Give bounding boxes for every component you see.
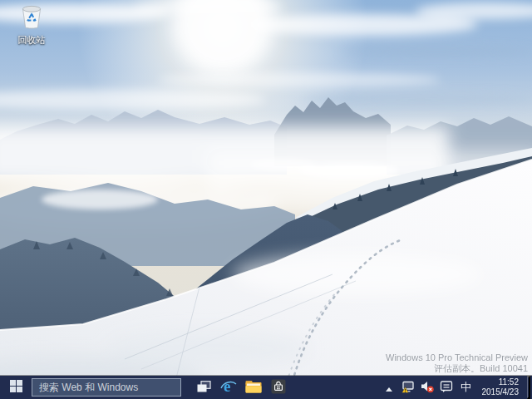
volume-muted-icon — [421, 380, 434, 396]
watermark-line1: Windows 10 Pro Technical Preview — [386, 352, 528, 363]
build-watermark: Windows 10 Pro Technical Preview 评估副本。Bu… — [386, 352, 528, 374]
show-hidden-icons-button[interactable] — [382, 376, 396, 399]
clock-date: 2015/4/23 — [482, 387, 520, 397]
recycle-bin-icon — [19, 4, 44, 34]
file-explorer-button[interactable] — [241, 376, 266, 399]
store-button[interactable] — [266, 376, 291, 399]
taskbar-apps: e — [191, 376, 291, 399]
task-view-icon — [197, 381, 211, 395]
action-center-icon — [440, 380, 453, 396]
network-warning-icon — [401, 380, 415, 396]
chevron-up-icon — [386, 382, 392, 394]
file-explorer-icon — [245, 380, 262, 396]
action-center-button[interactable] — [440, 376, 453, 399]
ime-indicator[interactable]: 中 — [459, 376, 474, 399]
desktop: 回收站 Windows 10 Pro Technical Preview 评估副… — [0, 0, 532, 399]
taskbar-clock[interactable]: 11:52 2015/4/23 — [482, 377, 520, 397]
task-view-button[interactable] — [191, 376, 216, 399]
network-status-button[interactable] — [401, 376, 415, 399]
recycle-bin-shortcut[interactable]: 回收站 — [7, 4, 57, 45]
volume-button[interactable] — [421, 376, 434, 399]
clock-time: 11:52 — [499, 377, 519, 387]
search-input[interactable] — [32, 378, 181, 397]
watermark-line2: 评估副本。Build 10041 — [386, 363, 528, 374]
internet-explorer-button[interactable]: e — [216, 376, 241, 399]
system-tray: 中 11:52 2015/4/23 — [382, 376, 532, 399]
svg-text:e: e — [224, 377, 230, 395]
recycle-bin-label: 回收站 — [7, 35, 57, 45]
taskbar: e — [0, 376, 532, 399]
internet-explorer-icon: e — [219, 377, 238, 398]
wallpaper-mountain-snow — [0, 0, 532, 399]
ime-label: 中 — [461, 376, 471, 399]
show-desktop-button[interactable] — [527, 376, 530, 399]
windows-logo-icon — [10, 380, 22, 395]
store-icon — [271, 379, 286, 397]
start-button[interactable] — [0, 376, 32, 399]
